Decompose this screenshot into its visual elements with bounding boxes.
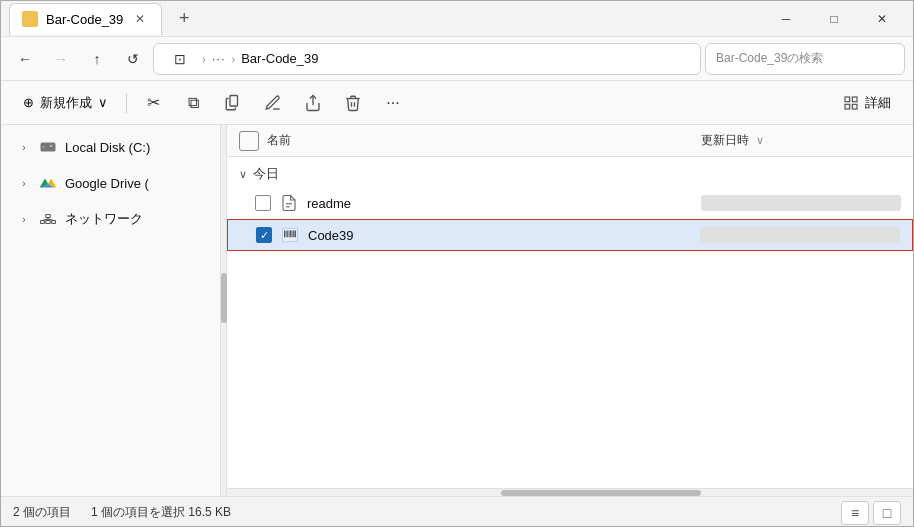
network-icon <box>39 210 57 228</box>
svg-rect-5 <box>852 104 857 109</box>
grid-view-button[interactable]: □ <box>873 501 901 525</box>
google-drive-icon <box>39 174 57 192</box>
content-area: 名前 更新日時 ∨ ∨ 今日 <box>227 125 913 496</box>
rename-button[interactable] <box>255 87 291 119</box>
address-chevron2: › <box>232 53 236 65</box>
computer-icon: ⊡ <box>164 43 196 75</box>
svg-rect-0 <box>230 95 238 106</box>
svg-rect-4 <box>845 104 850 109</box>
file-icon-readme <box>279 193 299 213</box>
paste-button[interactable] <box>215 87 251 119</box>
sidebar: › Local Disk (C:) › Google <box>1 125 221 496</box>
svg-rect-13 <box>41 221 45 224</box>
group-label-today: 今日 <box>253 165 279 183</box>
sort-arrow-icon: ∨ <box>756 134 764 146</box>
col-name-header: 名前 <box>267 132 693 149</box>
local-disk-icon <box>39 138 57 156</box>
address-chevron: › <box>202 53 206 65</box>
sidebar-item-network[interactable]: › ネットワーク <box>1 201 220 237</box>
file-checkbox-readme[interactable] <box>255 195 271 211</box>
title-bar: Bar-Code_39 ✕ + ─ □ ✕ <box>1 1 913 37</box>
expand-icon-google-drive[interactable]: › <box>17 176 31 190</box>
sidebar-scrollbar[interactable] <box>221 125 227 496</box>
col-date-header: 更新日時 ∨ <box>701 132 901 149</box>
address-bar[interactable]: ⊡ › ··· › Bar-Code_39 <box>153 43 701 75</box>
new-icon: ⊕ <box>23 95 34 110</box>
tab-barcode39[interactable]: Bar-Code_39 ✕ <box>9 3 162 35</box>
nav-bar: ← → ↑ ↺ ⊡ › ··· › Bar-Code_39 Bar-Code_3… <box>1 37 913 81</box>
forward-button[interactable]: → <box>45 43 77 75</box>
detail-label: 詳細 <box>865 94 891 112</box>
file-date-code39 <box>700 227 900 243</box>
expand-icon-local-disk[interactable]: › <box>17 140 31 154</box>
delete-button[interactable] <box>335 87 371 119</box>
group-header-today[interactable]: ∨ 今日 <box>227 161 913 187</box>
sidebar-scrollbar-thumb <box>221 273 227 323</box>
address-path: Bar-Code_39 <box>241 51 318 66</box>
address-dots: ··· <box>212 51 226 66</box>
sidebar-label-local-disk: Local Disk (C:) <box>65 140 150 155</box>
file-name-readme: readme <box>307 196 693 211</box>
file-row-code39[interactable]: ✓ Code39 <box>227 219 913 251</box>
group-chevron-icon: ∨ <box>239 168 247 181</box>
toolbar: ⊕ 新規作成 ∨ ✂ ⧉ ··· <box>1 81 913 125</box>
search-placeholder: Bar-Code_39の検索 <box>716 50 823 67</box>
tab-title: Bar-Code_39 <box>46 12 123 27</box>
svg-rect-7 <box>50 145 53 147</box>
cut-button[interactable]: ✂ <box>135 87 171 119</box>
status-bar: 2 個の項目 1 個の項目を選択 16.5 KB ≡ □ <box>1 496 913 527</box>
file-icon-code39 <box>280 225 300 245</box>
search-bar[interactable]: Bar-Code_39の検索 <box>705 43 905 75</box>
expand-icon-network[interactable]: › <box>17 212 31 226</box>
new-chevron-icon: ∨ <box>98 95 108 110</box>
new-button[interactable]: ⊕ 新規作成 ∨ <box>13 87 118 119</box>
refresh-button[interactable]: ↺ <box>117 43 149 75</box>
svg-rect-3 <box>852 97 857 102</box>
svg-rect-15 <box>46 221 51 224</box>
file-name-code39: Code39 <box>308 228 692 243</box>
window-controls: ─ □ ✕ <box>763 3 905 35</box>
back-button[interactable]: ← <box>9 43 41 75</box>
sidebar-item-local-disk[interactable]: › Local Disk (C:) <box>1 129 220 165</box>
view-controls: ≡ □ <box>841 501 901 525</box>
horizontal-scrollbar-thumb <box>501 490 701 496</box>
file-date-readme <box>701 195 901 211</box>
new-tab-button[interactable]: + <box>170 5 198 33</box>
file-row-readme[interactable]: readme <box>227 187 913 219</box>
minimize-button[interactable]: ─ <box>763 3 809 35</box>
column-header: 名前 更新日時 ∨ <box>227 125 913 157</box>
sidebar-item-google-drive[interactable]: › Google Drive ( <box>1 165 220 201</box>
svg-point-8 <box>42 146 44 148</box>
file-checkbox-code39[interactable]: ✓ <box>256 227 272 243</box>
svg-rect-14 <box>52 221 56 224</box>
tab-folder-icon <box>22 11 38 27</box>
svg-rect-2 <box>845 97 850 102</box>
detail-button[interactable]: 詳細 <box>833 87 901 119</box>
up-button[interactable]: ↑ <box>81 43 113 75</box>
maximize-button[interactable]: □ <box>811 3 857 35</box>
status-total: 2 個の項目 <box>13 504 71 521</box>
status-selected: 1 個の項目を選択 16.5 KB <box>91 504 231 521</box>
share-button[interactable] <box>295 87 331 119</box>
svg-rect-16 <box>46 215 51 218</box>
header-checkbox[interactable] <box>239 131 259 151</box>
file-list: ∨ 今日 readme <box>227 157 913 488</box>
list-view-button[interactable]: ≡ <box>841 501 869 525</box>
more-button[interactable]: ··· <box>375 87 411 119</box>
close-button[interactable]: ✕ <box>859 3 905 35</box>
new-label: 新規作成 <box>40 94 92 112</box>
toolbar-separator-1 <box>126 93 127 113</box>
sidebar-label-network: ネットワーク <box>65 210 143 228</box>
main-area: › Local Disk (C:) › Google <box>1 125 913 496</box>
copy-button[interactable]: ⧉ <box>175 87 211 119</box>
sidebar-label-google-drive: Google Drive ( <box>65 176 149 191</box>
tab-close-button[interactable]: ✕ <box>131 10 149 28</box>
horizontal-scrollbar[interactable] <box>227 488 913 496</box>
